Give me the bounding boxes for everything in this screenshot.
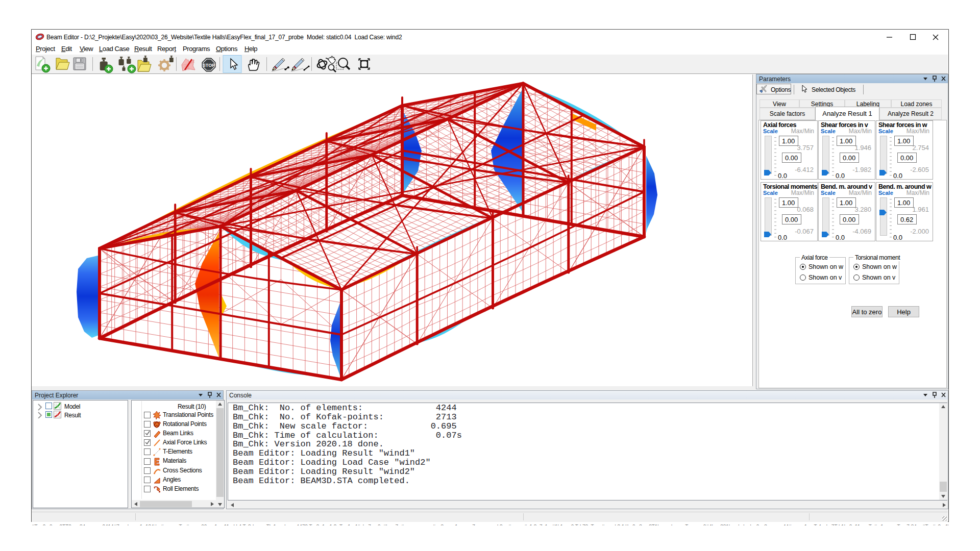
svg-text:STOP: STOP — [203, 63, 215, 68]
